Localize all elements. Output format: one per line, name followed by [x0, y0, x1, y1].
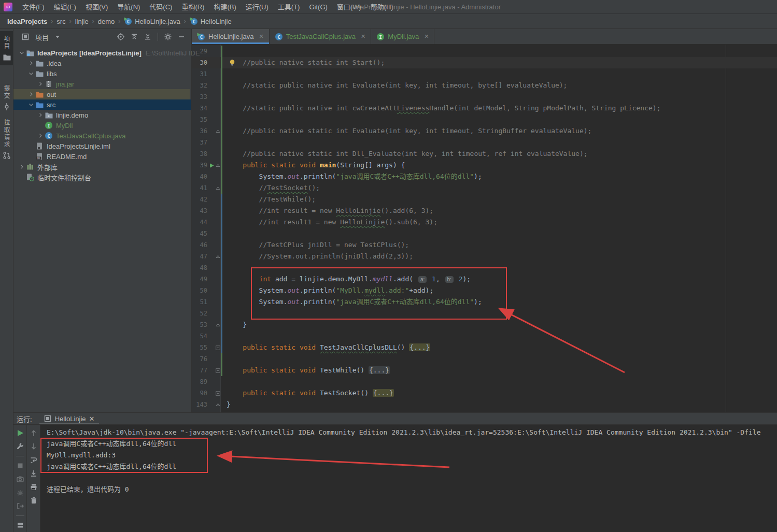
code-text[interactable]: //static public native int cwCreateAttLi…	[227, 103, 660, 114]
settings-icon[interactable]	[164, 33, 172, 41]
menu-item-9[interactable]: 工具(T)	[273, 0, 305, 14]
collapse-all-icon[interactable]	[144, 33, 152, 41]
menu-item-3[interactable]: 视图(V)	[81, 0, 112, 14]
code-text[interactable]: }	[227, 399, 231, 410]
fold-plus-icon[interactable]	[215, 368, 221, 373]
code-text[interactable]: //public native static int Evaluate(int …	[227, 125, 591, 137]
hide-icon[interactable]	[177, 33, 186, 41]
tree-item-外部库[interactable]: 外部库	[13, 162, 191, 172]
exit-icon[interactable]	[16, 502, 24, 510]
tab-HelloLinjie.java[interactable]: CHelloLinjie.java✕	[192, 29, 270, 44]
code-text[interactable]: //TestWhile();	[227, 194, 316, 205]
run-tab[interactable]: HelloLinjie ✕	[39, 413, 99, 424]
code-text[interactable]: System.out.println("MyDll.mydll.add:"+ad…	[227, 285, 433, 296]
chevron-down-icon[interactable]	[27, 100, 35, 109]
close-icon[interactable]: ✕	[424, 33, 429, 40]
locate-icon[interactable]	[117, 33, 125, 41]
code-area[interactable]: 2930 //public native static int Start();…	[192, 46, 777, 410]
camera-icon[interactable]	[16, 475, 24, 483]
code-text[interactable]: //static public native int Evaluate(int …	[227, 80, 567, 91]
code-text[interactable]: System.out.println("java调用C或者C++动态库dll,6…	[227, 296, 482, 308]
scroll-end-icon[interactable]	[30, 469, 38, 478]
breadcrumb-item-HelloLinjie[interactable]: CHelloLinjie	[190, 17, 232, 25]
down-icon[interactable]	[30, 442, 38, 451]
breadcrumb-item-linjie[interactable]: linjie	[75, 18, 89, 25]
tree-item-MyDll[interactable]: IMyDll	[13, 120, 191, 131]
close-icon[interactable]: ✕	[259, 33, 263, 40]
fold-pent-icon[interactable]	[215, 322, 221, 328]
code-text[interactable]: //int result1 = new HelloLinjie().sub(6,…	[227, 217, 437, 228]
fold-pent-icon[interactable]	[215, 185, 221, 191]
tree-item-linjie.demo[interactable]: linjie.demo	[13, 110, 191, 120]
close-icon[interactable]: ✕	[361, 33, 365, 40]
chevron-right-icon[interactable]	[36, 80, 45, 88]
menu-item-6[interactable]: 重构(R)	[177, 0, 209, 14]
chevron-down-icon[interactable]	[53, 33, 62, 41]
layout-icon[interactable]	[16, 521, 24, 529]
sidebar-item-项目[interactable]: 项目	[0, 31, 13, 65]
fold-pent-icon[interactable]	[215, 163, 221, 168]
menu-item-1[interactable]: 文件(F)	[18, 0, 49, 14]
code-text[interactable]: //public native static int Start();	[227, 57, 385, 68]
tree-item-.idea[interactable]: .idea	[13, 58, 191, 68]
breadcrumb-item-src[interactable]: src	[56, 18, 65, 25]
chevron-right-icon[interactable]	[27, 90, 35, 98]
tree-item-IdeaProjects-IdeaProjectsLinjie-[interactable]: IdeaProjects [IdeaProjectsLinjie]E:\Soft…	[13, 48, 191, 58]
tab-MyDll.java[interactable]: IMyDll.java✕	[371, 29, 434, 44]
chevron-down-icon[interactable]	[18, 49, 26, 57]
bulb-icon[interactable]	[228, 59, 236, 67]
chevron-right-icon[interactable]	[18, 163, 26, 171]
code-text[interactable]: }	[227, 319, 247, 330]
tree-item-IdeaProjectsLinjie.iml[interactable]: IdeaProjectsLinjie.iml	[13, 141, 191, 151]
breadcrumb-item-demo[interactable]: demo	[98, 18, 115, 25]
menu-item-8[interactable]: 运行(U)	[241, 0, 273, 14]
code-text[interactable]: public static void TestSocket() {...}	[227, 387, 394, 399]
stop-icon[interactable]	[16, 462, 24, 470]
tree-item-out[interactable]: out	[13, 89, 190, 99]
breadcrumb-item-HelloLinjie.java[interactable]: CHelloLinjie.java	[124, 17, 180, 25]
menu-item-4[interactable]: 导航(N)	[112, 0, 145, 14]
wrench-icon[interactable]	[16, 442, 24, 451]
code-text[interactable]: //int result = new HelloLinjie().add(6, …	[227, 205, 433, 217]
tree-item-README.md[interactable]: MDREADME.md	[13, 151, 191, 162]
menu-item-10[interactable]: Git(G)	[304, 0, 332, 14]
fold-pent-icon[interactable]	[215, 254, 221, 260]
fold-plus-icon[interactable]	[215, 345, 221, 351]
tree-item-libs[interactable]: libs	[13, 68, 191, 79]
expand-all-icon[interactable]	[130, 33, 138, 41]
soft-wrap-icon[interactable]	[30, 456, 38, 464]
code-text[interactable]: //TestSocket();	[227, 182, 320, 194]
printer-icon[interactable]	[30, 483, 38, 491]
chevron-right-icon[interactable]	[36, 111, 45, 119]
run-gutter-icon[interactable]	[209, 163, 215, 168]
code-text[interactable]: public static void TestJavaCllCplusDLL()…	[227, 342, 430, 353]
chevron-down-icon[interactable]	[27, 69, 35, 78]
code-text[interactable]: System.out.println("java调用C或者C++动态库dll,6…	[227, 171, 482, 182]
fold-pent-icon[interactable]	[215, 402, 221, 408]
tree-item-jna.jar[interactable]: jna.jar	[13, 79, 191, 89]
code-text[interactable]: //System.out.println(jniDll.add(2,3));	[227, 251, 413, 262]
fold-plus-icon[interactable]	[215, 391, 221, 396]
tree-item-src[interactable]: src	[13, 99, 191, 110]
tree-item-临时文件和控制台[interactable]: 临时文件和控制台	[13, 172, 191, 182]
chevron-right-icon[interactable]	[27, 59, 35, 67]
tree-item-TestJavaCallCplus.java[interactable]: CTestJavaCallCplus.java	[13, 131, 191, 141]
bug-rerun-icon[interactable]	[16, 488, 24, 497]
fold-pent-icon[interactable]	[215, 128, 221, 134]
sidebar-item-拉取请求[interactable]: 拉取请求	[0, 115, 13, 164]
sidebar-item-提交[interactable]: 提交	[0, 81, 13, 115]
code-text[interactable]: //TestCPlus jniDll = new TestCPlus();	[227, 239, 409, 251]
code-text[interactable]: public static void main(String[] args) {	[227, 160, 405, 171]
close-icon[interactable]: ✕	[89, 415, 95, 423]
menu-item-7[interactable]: 构建(B)	[209, 0, 241, 14]
tab-TestJavaCallCplus.java[interactable]: CTestJavaCallCplus.java✕	[270, 29, 372, 44]
code-text[interactable]: public static void TestWhile() {...}	[227, 365, 390, 376]
run-icon[interactable]	[16, 429, 24, 437]
up-icon[interactable]	[30, 429, 38, 437]
code-text[interactable]: //public native static int Dll_Evaluate(…	[227, 148, 588, 160]
code-text[interactable]: int add = linjie.demo.MyDll.mydll.add( a…	[227, 274, 471, 285]
trash-icon[interactable]	[30, 496, 38, 505]
chevron-right-icon[interactable]	[36, 132, 45, 140]
menu-item-2[interactable]: 编辑(E)	[49, 0, 81, 14]
menu-item-5[interactable]: 代码(C)	[145, 0, 177, 14]
